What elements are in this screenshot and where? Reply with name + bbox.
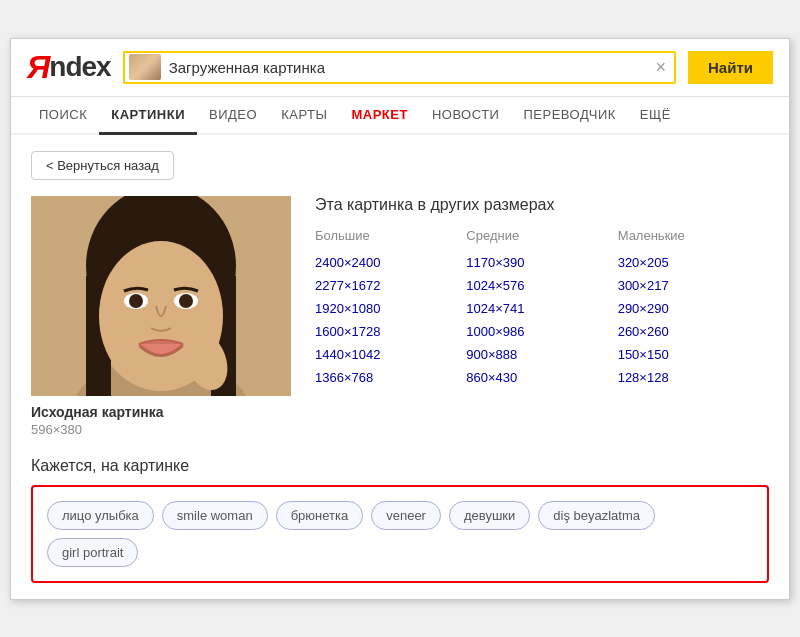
size-link[interactable]: 300×217 (618, 274, 769, 297)
image-label: Исходная картинка (31, 404, 291, 420)
tag-bryunetka[interactable]: брюнетка (276, 501, 364, 530)
nav-item-search[interactable]: ПОИСК (27, 97, 99, 132)
tag-veneer[interactable]: veneer (371, 501, 441, 530)
size-link[interactable]: 1024×741 (466, 297, 617, 320)
tag-smile-woman[interactable]: smile woman (162, 501, 268, 530)
tags-section: Кажется, на картинке лицо улыбка smile w… (31, 457, 769, 583)
size-link[interactable]: 290×290 (618, 297, 769, 320)
sizes-section: Эта картинка в других размерах Большие С… (315, 196, 769, 437)
image-size: 596×380 (31, 422, 291, 437)
col-header-medium: Средние (466, 228, 617, 251)
size-link[interactable]: 260×260 (618, 320, 769, 343)
size-link[interactable]: 1920×1080 (315, 297, 466, 320)
size-link[interactable]: 1600×1728 (315, 320, 466, 343)
search-button[interactable]: Найти (688, 51, 773, 84)
sizes-title: Эта картинка в других размерах (315, 196, 769, 214)
size-link[interactable]: 860×430 (466, 366, 617, 389)
nav-item-more[interactable]: ЕЩЁ (628, 97, 683, 132)
nav-item-translate[interactable]: ПЕРЕВОДЧИК (511, 97, 627, 132)
tag-dis-beyazlatma[interactable]: diş beyazlatma (538, 501, 655, 530)
size-link[interactable]: 1024×576 (466, 274, 617, 297)
size-link[interactable]: 1366×768 (315, 366, 466, 389)
size-link[interactable]: 128×128 (618, 366, 769, 389)
image-left: Исходная картинка 596×380 (31, 196, 291, 437)
browser-window: Яndex Загруженная картинка × Найти ПОИСК… (10, 38, 790, 600)
image-section: Исходная картинка 596×380 Эта картинка в… (31, 196, 769, 437)
nav-item-video[interactable]: ВИДЕО (197, 97, 269, 132)
main-content: < Вернуться назад (11, 135, 789, 599)
header: Яndex Загруженная картинка × Найти (11, 39, 789, 97)
svg-point-11 (179, 294, 193, 308)
tag-girl-portrait[interactable]: girl portrait (47, 538, 138, 567)
nav-item-news[interactable]: НОВОСТИ (420, 97, 512, 132)
sizes-grid: Большие Средние Маленькие 2400×2400 1170… (315, 228, 769, 389)
nav-item-market[interactable]: МАРКЕТ (339, 97, 419, 132)
navigation: ПОИСК КАРТИНКИ ВИДЕО КАРТЫ МАРКЕТ НОВОСТ… (11, 97, 789, 135)
tag-lico-ulybka[interactable]: лицо улыбка (47, 501, 154, 530)
col-header-large: Большие (315, 228, 466, 251)
logo-ya: Я (27, 49, 49, 86)
size-link[interactable]: 320×205 (618, 251, 769, 274)
size-link[interactable]: 900×888 (466, 343, 617, 366)
yandex-logo[interactable]: Яndex (27, 49, 111, 86)
svg-point-9 (129, 294, 143, 308)
nav-item-images[interactable]: КАРТИНКИ (99, 97, 197, 135)
source-image (31, 196, 291, 396)
size-link[interactable]: 1000×986 (466, 320, 617, 343)
tags-container: лицо улыбка smile woman брюнетка veneer … (31, 485, 769, 583)
logo-ndex: ndex (49, 51, 110, 83)
search-input[interactable]: Загруженная картинка (161, 53, 648, 82)
search-thumbnail-image (129, 54, 161, 80)
col-header-small: Маленькие (618, 228, 769, 251)
clear-icon[interactable]: × (648, 57, 675, 78)
size-link[interactable]: 1170×390 (466, 251, 617, 274)
nav-item-maps[interactable]: КАРТЫ (269, 97, 339, 132)
size-link[interactable]: 150×150 (618, 343, 769, 366)
tags-title: Кажется, на картинке (31, 457, 769, 475)
size-link[interactable]: 2400×2400 (315, 251, 466, 274)
size-link[interactable]: 2277×1672 (315, 274, 466, 297)
back-button[interactable]: < Вернуться назад (31, 151, 174, 180)
search-bar: Загруженная картинка × (123, 51, 676, 84)
tag-devushki[interactable]: девушки (449, 501, 530, 530)
size-link[interactable]: 1440×1042 (315, 343, 466, 366)
